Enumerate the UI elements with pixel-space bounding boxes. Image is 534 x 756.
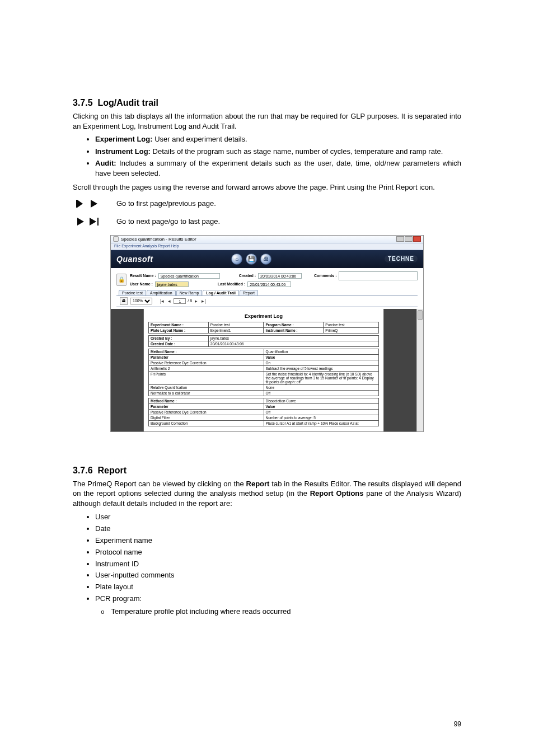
section-375-heading: 3.7.5 Log/Audit trail [73,98,461,108]
list-item: Temperature profile plot including where… [101,606,461,618]
list-item: Date [95,523,461,535]
quansoft-screenshot: Species quantification - Results Editor … [110,235,424,432]
svg-rect-1 [76,200,77,208]
lastmod-label: Last Modified : [218,282,245,286]
result-name-label: Result Name : [130,274,156,278]
scroll-hint: Scroll through the pages using the rever… [73,182,461,192]
toolbar-orb-print-icon[interactable]: 🖶 [260,253,271,265]
maximize-button[interactable] [405,236,413,242]
report-margin-right [384,309,416,431]
comments-label: Comments : [314,274,336,278]
tab-report[interactable]: Report [240,290,258,295]
list-item: Protocol name [95,547,461,558]
svg-marker-5 [90,218,96,226]
svg-rect-6 [97,218,99,226]
section-376-heading: 3.7.6 Report [73,466,461,476]
nav-text-next: Go to next page/go to last page. [116,217,220,226]
lock-icon: 🔒 [116,274,127,286]
vertical-scrollbar[interactable] [416,309,423,431]
comments-field[interactable] [339,271,418,280]
window-title: Species quantification - Results Editor [121,237,196,242]
next-page-icon[interactable]: ▸ [194,298,199,304]
nav-text-prev: Go to first page/previous page. [116,199,216,208]
techne-badge: TECHNE [385,255,418,262]
prev-page-icon[interactable]: ◂ [167,298,172,304]
brand-logo: Quansoft [116,255,153,264]
result-name-field[interactable]: Species quantification [158,273,220,279]
method1-table: Method Name :Quantification ParameterVal… [148,349,379,396]
window-titlebar: Species quantification - Results Editor [111,236,423,243]
list-item: Instrument ID [95,558,461,570]
report-margin-left [111,309,143,431]
print-report-button[interactable]: 🖶 [120,297,128,305]
method2-table: Method Name :Dissociation Curve Paramete… [148,398,379,426]
user-name-field[interactable]: jayne.bates [155,281,189,287]
created-field: 20/01/2014 00:43:06 [258,273,302,279]
page-number: 99 [454,720,461,728]
nav-row-next: Go to next page/go to last page. [73,215,461,228]
nav-row-prev: Go to first page/previous page. [73,197,461,210]
scroll-thumb[interactable] [418,310,423,320]
report-default-sublist: Temperature profile plot including where… [101,606,461,618]
user-name-label: User Name : [130,282,153,286]
app-window-icon [113,236,119,242]
created-label: Created : [239,274,256,278]
bullet-instrument-log: Instrument Log: Details of the program s… [95,147,461,157]
section-376-para: The PrimeQ Report can be viewed by click… [73,479,461,509]
lastmod-field: 20/01/2014 00:43:06 [247,281,291,287]
list-item: PCR program: [95,593,461,605]
section-375-bullets: Experiment Log: User and experiment deta… [95,134,461,178]
result-tabs: Porcine test Amplification New Ramp Log … [116,290,418,295]
toolbar-orb-save-icon[interactable]: 💾 [246,253,257,265]
first-page-icon[interactable]: |◂ [159,298,165,304]
toolbar-orb-home-icon[interactable]: ⌂ [231,253,242,265]
minimize-button[interactable] [396,236,404,242]
page-total: / 8 [188,299,192,303]
tab-porcine-test[interactable]: Porcine test [119,290,146,295]
report-default-list: User Date Experiment name Protocol name … [95,511,461,604]
page-number-field[interactable]: 1 [174,298,186,304]
last-page-icon[interactable]: ▸| [200,298,207,304]
report-page: Experiment Log Experiment Name :Porcine … [143,309,384,431]
tab-amplification[interactable]: Amplification [147,290,176,295]
next-last-icon [73,215,106,228]
list-item: User-inputted comments [95,570,461,581]
app-banner: Quansoft ⌂ 💾 🖶 TECHNE [111,250,423,268]
bullet-experiment-log: Experiment Log: User and experiment deta… [95,134,461,144]
list-item: Plate layout [95,581,461,593]
created-table: Created By :jayne.bates Created Date :20… [148,335,379,347]
window-buttons[interactable] [396,236,421,242]
first-prev-icon [73,197,106,210]
list-item: Experiment name [95,535,461,547]
section-375-intro: Clicking on this tab displays all the in… [73,111,461,131]
tab-log-audit-trail[interactable]: Log / Audit Trail [203,290,239,295]
close-button[interactable] [413,236,421,242]
zoom-select[interactable]: 100% [130,298,152,304]
tab-new-ramp[interactable]: New Ramp [176,290,203,295]
menubar[interactable]: File Experiment Analysis Report Help [111,243,423,250]
list-item: User [95,511,461,523]
bullet-audit: Audit: Includes a summary of the experim… [95,158,461,178]
experiment-header-table: Experiment Name :Porcine test Program Na… [148,322,379,334]
svg-marker-4 [77,218,84,226]
report-heading: Experiment Log [148,313,379,319]
